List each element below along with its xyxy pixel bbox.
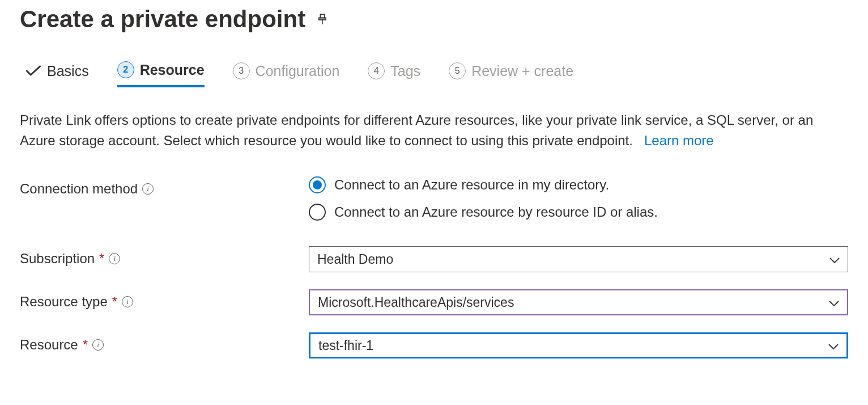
- row-subscription: Subscription * i Health Demo: [20, 246, 848, 272]
- label-text: Resource type: [20, 294, 108, 310]
- required-asterisk: *: [112, 294, 117, 310]
- resource-description: Private Link offers options to create pr…: [20, 110, 848, 151]
- page-title: Create a private endpoint: [20, 6, 305, 33]
- radio-icon: [309, 176, 326, 193]
- info-icon[interactable]: i: [142, 183, 154, 195]
- label-resource-type: Resource type * i: [20, 289, 309, 310]
- label-text: Subscription: [20, 251, 95, 267]
- chevron-down-icon: [829, 295, 839, 310]
- tab-step-number: 4: [368, 62, 385, 79]
- dropdown-value: test-fhir-1: [318, 338, 373, 353]
- radio-icon: [309, 204, 326, 221]
- dropdown-resource-type[interactable]: Microsoft.HealthcareApis/services: [309, 289, 848, 315]
- wizard-tabs: Basics 2 Resource 3 Configuration 4 Tags…: [20, 61, 848, 87]
- chevron-down-icon: [829, 252, 840, 267]
- dropdown-subscription[interactable]: Health Demo: [309, 246, 848, 272]
- radio-option-my-directory[interactable]: Connect to an Azure resource in my direc…: [309, 176, 658, 193]
- dropdown-value: Health Demo: [317, 252, 393, 267]
- label-subscription: Subscription * i: [20, 246, 309, 267]
- tab-label: Review + create: [471, 63, 573, 79]
- learn-more-link[interactable]: Learn more: [644, 133, 714, 148]
- tab-step-number: 3: [233, 62, 250, 79]
- tab-step-number: 2: [117, 61, 134, 78]
- row-resource-type: Resource type * i Microsoft.HealthcareAp…: [20, 289, 848, 315]
- tab-label: Configuration: [256, 63, 340, 79]
- tab-resource[interactable]: 2 Resource: [117, 61, 205, 87]
- radio-label: Connect to an Azure resource in my direc…: [334, 177, 609, 193]
- radio-group-connection-method: Connect to an Azure resource in my direc…: [309, 176, 658, 221]
- radio-label: Connect to an Azure resource by resource…: [334, 204, 658, 220]
- tab-label: Basics: [47, 63, 89, 79]
- label-text: Connection method: [20, 181, 138, 197]
- dropdown-resource[interactable]: test-fhir-1: [309, 332, 848, 358]
- row-resource: Resource * i test-fhir-1: [20, 332, 848, 358]
- dropdown-value: Microsoft.HealthcareApis/services: [318, 295, 514, 310]
- page-header: Create a private endpoint: [20, 6, 848, 33]
- tab-label: Resource: [140, 62, 205, 78]
- tab-step-number: 5: [449, 62, 466, 79]
- row-connection-method: Connection method i Connect to an Azure …: [20, 176, 848, 221]
- tab-configuration[interactable]: 3 Configuration: [233, 62, 340, 86]
- tab-basics[interactable]: Basics: [25, 63, 89, 86]
- info-icon[interactable]: i: [109, 253, 120, 264]
- label-connection-method: Connection method i: [20, 176, 309, 197]
- label-resource: Resource * i: [20, 332, 309, 353]
- tab-tags[interactable]: 4 Tags: [368, 62, 420, 86]
- pin-icon[interactable]: [317, 14, 328, 25]
- label-text: Resource: [20, 337, 78, 353]
- required-asterisk: *: [83, 337, 88, 353]
- tab-review-create[interactable]: 5 Review + create: [449, 62, 573, 86]
- chevron-down-icon: [828, 338, 839, 353]
- svg-rect-0: [320, 14, 325, 18]
- check-icon: [25, 65, 41, 77]
- info-icon[interactable]: i: [92, 339, 104, 351]
- info-icon[interactable]: i: [122, 296, 133, 307]
- tab-label: Tags: [390, 63, 420, 79]
- required-asterisk: *: [99, 251, 104, 267]
- radio-option-resource-id[interactable]: Connect to an Azure resource by resource…: [309, 204, 658, 221]
